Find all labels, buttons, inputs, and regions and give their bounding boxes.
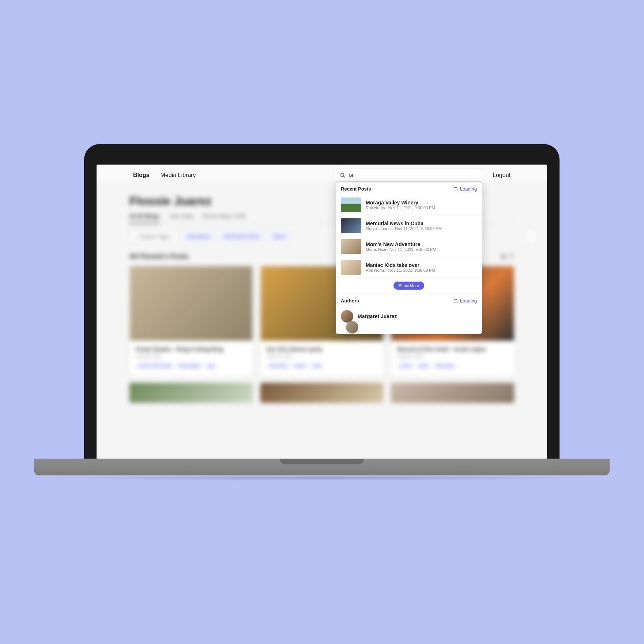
tag-chip[interactable]: Alternative Rock [219,231,264,242]
search-icon [340,172,346,178]
post-card[interactable]: Frank Sinatra - Ring-A-Ding-Ding Aug 18,… [129,266,253,376]
author-name: Margaret Juarez [358,313,397,319]
spinner-icon [453,299,458,303]
tab-music-blog[interactable]: Music blog 1,048 [203,213,245,219]
post-thumbnail [341,239,361,254]
laptop-shadow [29,475,614,481]
post-meta: Morris Nice · Nov 11, 2021, 9:30:00 PM [366,247,436,252]
post-meta: Rob Norris · Nov 11, 2021, 9:30:00 PM [366,268,435,272]
laptop-mockup: Flossie Juarez ◔ All Blogs Jazz blog Mus… [77,144,567,481]
show-more-button[interactable]: Show More [393,282,424,290]
search-input[interactable] [349,172,478,178]
authors-label: Authors [341,298,359,304]
view-toggle[interactable]: ▦ ☰ [500,252,515,260]
post-thumbnail [341,260,361,275]
dropdown-authors-header: Authors Loading [336,294,482,306]
laptop-notch [280,459,364,464]
post-title: Mom's New Adventure [366,241,436,247]
search-result-post[interactable]: Moraga Valley Winery Rob Norris · Nov 11… [336,195,482,215]
search-result-post[interactable]: Maniac Kids take over Rob Norris · Nov 1… [336,257,482,278]
logout-link[interactable]: Logout [493,165,511,186]
post-card[interactable] [260,383,383,403]
post-thumbnail [341,197,361,212]
loading-indicator: Loading [453,298,477,304]
post-title: Maniac Kids take over [366,262,435,268]
post-meta: Flossie Juarez · Nov 11, 2021, 9:30:00 P… [366,226,442,231]
laptop-base [34,459,610,475]
tag-chip[interactable]: Alternative [181,231,215,242]
app-screen: Flossie Juarez ◔ All Blogs Jazz blog Mus… [97,165,547,459]
svg-point-0 [341,173,344,177]
nav-blogs[interactable]: Blogs [133,172,149,178]
svg-line-1 [344,176,345,177]
loading-indicator: Loading [453,186,477,192]
nav-media-library[interactable]: Media Library [160,172,196,178]
search-result-author-partial [336,326,482,334]
dropdown-recent-posts-header: Recent Posts Loading [336,182,482,195]
avatar [341,310,353,323]
chevron-right-icon[interactable]: › [524,230,537,243]
tag-chip[interactable]: Blues [268,231,291,242]
search-result-author[interactable]: Margaret Juarez [336,306,482,326]
recent-posts-label: Recent Posts [341,186,371,192]
search-result-post[interactable]: Mercurial News in Cuba Flossie Juarez · … [336,215,482,236]
avatar [346,321,358,334]
post-title: Moraga Valley Winery [366,200,435,206]
post-meta: Rob Norris · Nov 11, 2021, 9:30:00 PM [366,206,435,210]
post-thumbnail [341,218,361,233]
tab-all-blogs[interactable]: ◔ All Blogs [129,213,160,224]
post-title: Mercurial News in Cuba [366,221,442,226]
search-dropdown: Recent Posts Loading Moraga Valley Winer… [336,182,482,334]
search-result-post[interactable]: Mom's New Adventure Morris Nice · Nov 11… [336,236,482,257]
popular-tags-dropdown[interactable]: ◇ Popular Tags ▾ [129,231,178,242]
search-box[interactable] [336,169,482,182]
spinner-icon [453,187,458,191]
post-card[interactable] [391,383,514,403]
laptop-lid: Flossie Juarez ◔ All Blogs Jazz blog Mus… [84,144,560,459]
post-card[interactable] [129,383,253,403]
tab-jazz-blog[interactable]: Jazz blog [169,213,193,219]
section-title: All Flossie's Posts [129,252,189,260]
